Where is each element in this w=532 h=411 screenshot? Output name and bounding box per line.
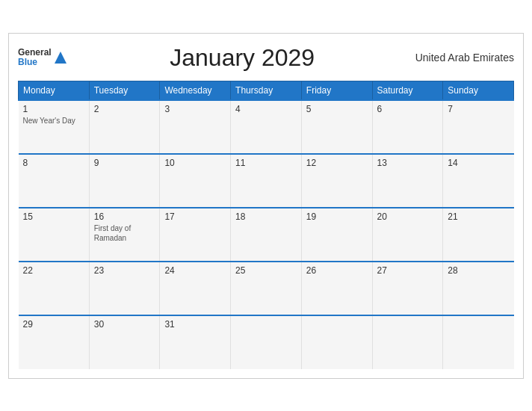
day-number: 8 [23, 158, 84, 168]
day-number: 16 [94, 211, 155, 222]
weekday-header-tuesday: Tuesday [89, 81, 160, 100]
day-number: 4 [235, 104, 297, 114]
weekday-header-wednesday: Wednesday [160, 81, 231, 100]
calendar-cell [231, 315, 302, 369]
svg-marker-0 [55, 52, 66, 64]
calendar-cell: 16First day of Ramadan [89, 208, 160, 262]
day-number: 15 [23, 211, 84, 222]
logo-blue-text: Blue [18, 58, 52, 67]
calendar-cell: 23 [89, 262, 160, 315]
day-number: 17 [164, 211, 226, 222]
day-number: 12 [306, 158, 368, 168]
day-number: 13 [377, 158, 439, 168]
calendar-cell: 29 [19, 315, 90, 369]
calendar-wrapper: General Blue January 2029 United Arab Em… [8, 33, 524, 379]
week-row-1: 1New Year's Day234567 [19, 100, 514, 154]
week-row-4: 22232425262728 [19, 262, 514, 315]
day-number: 28 [448, 265, 509, 276]
day-number: 5 [306, 104, 368, 114]
calendar-cell: 5 [301, 100, 372, 154]
day-number: 3 [164, 104, 226, 114]
event-label: First day of Ramadan [94, 223, 155, 243]
calendar-cell: 28 [443, 262, 514, 315]
calendar-cell: 14 [443, 154, 514, 208]
day-number: 26 [306, 265, 368, 276]
calendar-cell: 31 [160, 315, 231, 369]
calendar-cell: 4 [231, 100, 302, 154]
weekday-header-thursday: Thursday [231, 81, 302, 100]
calendar-cell: 10 [160, 154, 231, 208]
calendar-cell: 2 [89, 100, 160, 154]
day-number: 7 [448, 104, 509, 114]
calendar-cell: 21 [443, 208, 514, 262]
weekday-header-row: MondayTuesdayWednesdayThursdayFridaySatu… [19, 81, 514, 100]
day-number: 31 [164, 319, 226, 330]
day-number: 20 [377, 211, 439, 222]
calendar-cell: 9 [89, 154, 160, 208]
day-number: 24 [164, 265, 226, 276]
logo-icon [53, 49, 69, 66]
day-number: 9 [94, 158, 155, 168]
day-number: 30 [94, 319, 155, 330]
calendar-cell: 6 [372, 100, 443, 154]
calendar-cell: 27 [372, 262, 443, 315]
day-number: 29 [23, 319, 84, 330]
day-number: 25 [235, 265, 297, 276]
week-row-5: 293031 [19, 315, 514, 369]
event-label: New Year's Day [23, 116, 84, 126]
weekday-header-friday: Friday [301, 81, 372, 100]
weekday-header-sunday: Sunday [443, 81, 514, 100]
calendar-cell: 11 [231, 154, 302, 208]
day-number: 23 [94, 265, 155, 276]
calendar-cell: 1New Year's Day [19, 100, 90, 154]
calendar-cell: 12 [301, 154, 372, 208]
country-name: United Arab Emirates [415, 52, 514, 64]
calendar-cell: 15 [19, 208, 90, 262]
week-row-2: 891011121314 [19, 154, 514, 208]
calendar-cell: 7 [443, 100, 514, 154]
calendar-cell [443, 315, 514, 369]
calendar-cell: 25 [231, 262, 302, 315]
day-number: 10 [164, 158, 226, 168]
weekday-header-monday: Monday [19, 81, 90, 100]
calendar-cell [372, 315, 443, 369]
logo: General Blue [18, 48, 69, 67]
weekday-header-saturday: Saturday [372, 81, 443, 100]
day-number: 22 [23, 265, 84, 276]
calendar-cell: 18 [231, 208, 302, 262]
day-number: 6 [377, 104, 439, 114]
calendar-grid: MondayTuesdayWednesdayThursdayFridaySatu… [18, 81, 514, 369]
calendar-cell: 19 [301, 208, 372, 262]
calendar-cell: 30 [89, 315, 160, 369]
day-number: 18 [235, 211, 297, 222]
calendar-cell: 22 [19, 262, 90, 315]
day-number: 11 [235, 158, 297, 168]
calendar-cell: 20 [372, 208, 443, 262]
week-row-3: 1516First day of Ramadan1718192021 [19, 208, 514, 262]
day-number: 27 [377, 265, 439, 276]
calendar-header: General Blue January 2029 United Arab Em… [18, 41, 514, 75]
calendar-cell: 24 [160, 262, 231, 315]
calendar-cell: 17 [160, 208, 231, 262]
day-number: 1 [23, 104, 84, 114]
day-number: 2 [94, 104, 155, 114]
calendar-cell: 3 [160, 100, 231, 154]
day-number: 19 [306, 211, 368, 222]
calendar-title: January 2029 [69, 44, 415, 72]
day-number: 14 [448, 158, 509, 168]
calendar-cell [301, 315, 372, 369]
calendar-cell: 26 [301, 262, 372, 315]
calendar-cell: 13 [372, 154, 443, 208]
calendar-cell: 8 [19, 154, 90, 208]
day-number: 21 [448, 211, 509, 222]
